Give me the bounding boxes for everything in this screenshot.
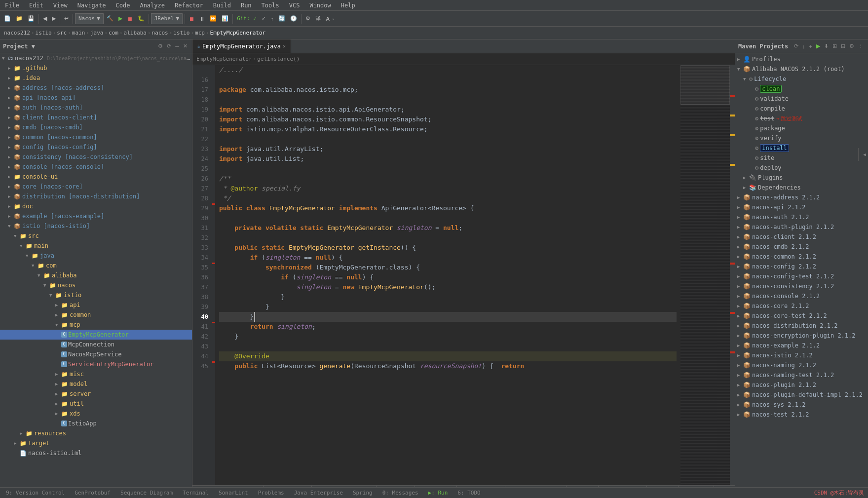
toolbar-forward-btn[interactable]: ▶ <box>50 12 58 25</box>
tree-consistency[interactable]: ▶ 📦 consistency [nacos-consistency] <box>0 152 192 162</box>
toolbar-step-btn[interactable]: ⏩ <box>208 12 219 25</box>
maven-run-btn[interactable]: ▶ <box>815 42 822 50</box>
menu-help[interactable]: Help <box>338 2 358 9</box>
right-scrollbar[interactable] <box>730 65 735 485</box>
tree-api[interactable]: ▶ 📦 api [nacos-api] <box>0 93 192 103</box>
tree-util[interactable]: ▶ 📁 util <box>0 399 192 409</box>
tree-common[interactable]: ▶ 📦 common [nacos-common] <box>0 132 192 142</box>
menu-tools[interactable]: Tools <box>259 2 282 9</box>
maven-download-btn[interactable]: ⬇ <box>823 42 830 50</box>
toolbar-git-history-btn[interactable]: 🕐 <box>288 12 299 25</box>
maven-root-project[interactable]: ▼ 📦 Alibaba NACOS 2.1.2 (root) <box>735 64 868 74</box>
maven-site[interactable]: ⚙ site <box>735 153 868 163</box>
maven-install[interactable]: ⚙ install <box>735 143 868 153</box>
tree-src[interactable]: ▼ 📁 src <box>0 231 192 241</box>
toolbar-save-btn[interactable]: 💾 <box>26 12 37 25</box>
tree-server[interactable]: ▶ 📁 server <box>0 389 192 399</box>
maven-test[interactable]: ⚙ test → 跳过测试 <box>735 114 868 123</box>
tree-core[interactable]: ▶ 📦 core [nacos-core] <box>0 182 192 192</box>
menu-build[interactable]: Build <box>210 2 234 9</box>
toolbar-run-btn[interactable]: ▶ <box>116 12 124 25</box>
breadcrumb-istio[interactable]: istio <box>36 30 52 36</box>
maven-module-config[interactable]: ▶ 📦 nacos-config 2.1.2 <box>735 262 868 271</box>
maven-collapse-btn[interactable]: ⊟ <box>839 42 847 50</box>
tree-resources[interactable]: ▶ 📁 resources <box>0 428 192 438</box>
toolbar-undo-btn[interactable]: ↩ <box>62 12 71 25</box>
maven-package[interactable]: ⚙ package <box>735 123 868 133</box>
breadcrumb-istio2[interactable]: istio <box>173 30 189 36</box>
breadcrumb-mcp[interactable]: mcp <box>195 30 205 36</box>
maven-module-auth[interactable]: ▶ 📦 nacos-auth 2.1.2 <box>735 212 868 222</box>
far-right-tab[interactable]: ◀ <box>858 148 868 161</box>
tree-istioapp[interactable]: C IstioApp <box>0 419 192 428</box>
breadcrumb-alibaba[interactable]: alibaba <box>124 30 147 36</box>
toolbar-git-push-btn[interactable]: ↑ <box>269 12 276 25</box>
maven-module-core[interactable]: ▶ 📦 nacos-core 2.1.2 <box>735 301 868 311</box>
maven-module-plugin-default[interactable]: ▶ 📦 nacos-plugin-default-impl 2.1.2 <box>735 390 868 400</box>
menu-run[interactable]: Run <box>238 2 255 9</box>
maven-module-console[interactable]: ▶ 📦 nacos-console 2.1.2 <box>735 291 868 301</box>
tree-common-folder[interactable]: ▶ 📁 common <box>0 310 192 320</box>
maven-reimport-btn[interactable]: ↓ <box>801 42 807 50</box>
maven-module-address[interactable]: ▶ 📦 nacos-address 2.1.2 <box>735 192 868 202</box>
jrebel-dropdown[interactable]: JRebel ▼ <box>151 13 183 24</box>
toolbar-settings-btn[interactable]: ⚙ <box>303 12 312 25</box>
maven-module-cmdb[interactable]: ▶ 📦 nacos-cmdb 2.1.2 <box>735 242 868 252</box>
maven-module-auth-plugin[interactable]: ▶ 📦 nacos-auth-plugin 2.1.2 <box>735 222 868 232</box>
maven-module-example[interactable]: ▶ 📦 nacos-example 2.1.2 <box>735 341 868 350</box>
toolbar-git-fetch-btn[interactable]: 🔄 <box>276 12 287 25</box>
toolbar-translate2-btn[interactable]: A→ <box>324 12 337 25</box>
tree-root[interactable]: ▼ 🗂 nacos212 D:\IdeaProject\mashibin\Pro… <box>0 53 192 63</box>
tree-cmdb[interactable]: ▶ 📦 cmdb [nacos-cmdb] <box>0 122 192 132</box>
tree-target[interactable]: ▶ 📁 target <box>0 438 192 448</box>
maven-module-config-test[interactable]: ▶ 📦 nacos-config-test 2.1.2 <box>735 271 868 281</box>
status-je[interactable]: Java Enterprise <box>292 490 345 496</box>
tree-distribution[interactable]: ▶ 📦 distribution [nacos-distribution] <box>0 192 192 201</box>
tree-alibaba[interactable]: ▼ 📁 alibaba <box>0 270 192 280</box>
tree-empty-mcp[interactable]: C EmptyMcpGenerator <box>0 330 192 340</box>
tree-nacos-folder[interactable]: ▼ 📁 nacos <box>0 280 192 290</box>
tree-console-ui[interactable]: ▶ 📁 console-ui <box>0 172 192 182</box>
maven-more-btn[interactable]: ⋮ <box>857 42 865 50</box>
code-content[interactable]: /..../ package com.alibaba.nacos.istio.m… <box>215 65 680 485</box>
tree-api-folder[interactable]: ▶ 📁 api <box>0 300 192 310</box>
maven-refresh-btn[interactable]: ⟳ <box>793 42 800 50</box>
status-vc[interactable]: 9: Version Control <box>4 490 67 496</box>
maven-module-naming[interactable]: ▶ 📦 nacos-naming 2.1.2 <box>735 360 868 370</box>
tree-github[interactable]: ▶ 📁 .github <box>0 63 192 73</box>
status-terminal[interactable]: Terminal <box>181 490 211 496</box>
menu-edit[interactable]: Edit <box>26 2 46 9</box>
status-messages[interactable]: 0: Messages <box>380 490 420 496</box>
breadcrumb-main[interactable]: main <box>72 30 85 36</box>
breadcrumb-nacos[interactable]: nacos <box>152 30 168 36</box>
tree-istio[interactable]: ▼ 📦 istio [nacos-istio] <box>0 221 192 231</box>
breadcrumb-com[interactable]: com <box>109 30 118 36</box>
maven-module-sys[interactable]: ▶ 📦 nacos-sys 2.1.2 <box>735 400 868 410</box>
menu-window[interactable]: Window <box>306 2 334 9</box>
toolbar-pause-btn[interactable]: ⏸ <box>197 12 207 25</box>
nacos-dropdown[interactable]: Nacos ▼ <box>75 13 104 24</box>
menu-view[interactable]: View <box>50 2 71 9</box>
menu-vcs[interactable]: VCS <box>286 2 303 9</box>
tree-console[interactable]: ▶ 📦 console [nacos-console] <box>0 162 192 172</box>
maven-lifecycle[interactable]: ▼ ⚙ Lifecycle <box>735 74 868 84</box>
maven-module-distribution[interactable]: ▶ 📦 nacos-distribution 2.1.2 <box>735 321 868 331</box>
maven-dependencies[interactable]: ▶ 📚 Dependencies <box>735 183 868 192</box>
toolbar-debug-btn[interactable]: 🐛 <box>136 12 147 25</box>
breadcrumb-src[interactable]: src <box>57 30 67 36</box>
maven-module-test[interactable]: ▶ 📦 nacos-test 2.1.2 <box>735 410 868 420</box>
menu-analyze[interactable]: Analyze <box>137 2 168 9</box>
tree-mcp-connection[interactable]: C McpConnection <box>0 340 192 349</box>
maven-clean[interactable]: ⚙ clean <box>735 84 868 94</box>
breadcrumb-java[interactable]: java <box>90 30 104 36</box>
maven-verify[interactable]: ⚙ verify <box>735 133 868 143</box>
toolbar-stop-btn[interactable]: ⏹ <box>125 12 135 25</box>
maven-module-istio[interactable]: ▶ 📦 nacos-istio 2.1.2 <box>735 350 868 360</box>
tree-com[interactable]: ▼ 📁 com <box>0 261 192 270</box>
tab-emptymcpgenerator[interactable]: ☕ EmptyMcpGenerator.java ✕ <box>192 39 291 53</box>
tree-auth[interactable]: ▶ 📦 auth [nacos-auth] <box>0 103 192 113</box>
status-problems[interactable]: Problems <box>256 490 286 496</box>
maven-module-client[interactable]: ▶ 📦 nacos-client 2.1.2 <box>735 232 868 242</box>
maven-module-common[interactable]: ▶ 📦 nacos-common 2.1.2 <box>735 252 868 262</box>
tree-example[interactable]: ▶ 📦 example [nacos-example] <box>0 211 192 221</box>
